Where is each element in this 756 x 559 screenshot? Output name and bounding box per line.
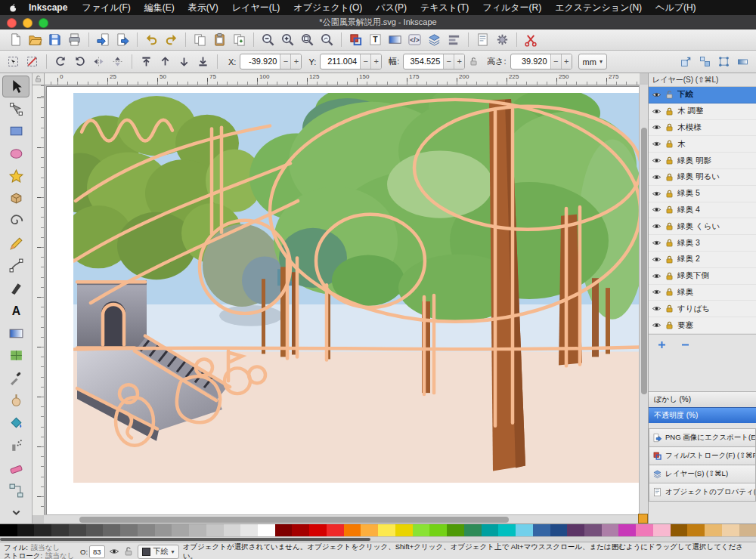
- palette-swatch[interactable]: [618, 524, 636, 536]
- eye-icon[interactable]: [652, 304, 662, 313]
- preferences-icon[interactable]: [493, 31, 512, 49]
- menu-edit[interactable]: 編集(E): [138, 2, 181, 14]
- y-increment-button[interactable]: +: [370, 54, 381, 69]
- spiral-tool[interactable]: [2, 210, 29, 232]
- unit-dropdown[interactable]: mm▾: [578, 54, 607, 69]
- eye-icon[interactable]: [652, 189, 662, 199]
- calligraphy-tool[interactable]: [2, 277, 29, 299]
- close-window-button[interactable]: [7, 18, 17, 28]
- palette-swatch[interactable]: [498, 524, 516, 536]
- y-value[interactable]: 211.004: [321, 54, 360, 69]
- lock-closed-icon[interactable]: [665, 205, 674, 215]
- palette-swatch[interactable]: [602, 524, 619, 536]
- affect-gradient-icon[interactable]: [734, 54, 751, 70]
- palette-scrollbar-thumb[interactable]: [0, 538, 370, 541]
- open-icon[interactable]: [26, 31, 45, 49]
- node-editor-tool[interactable]: [2, 98, 29, 120]
- eye-icon[interactable]: [652, 287, 662, 297]
- palette-scrollbar[interactable]: [0, 536, 756, 542]
- current-layer-dropdown[interactable]: 下絵 ▾: [138, 545, 179, 559]
- save-icon[interactable]: [45, 31, 64, 49]
- eye-icon[interactable]: [652, 107, 662, 116]
- gradient-tool[interactable]: [2, 323, 29, 344]
- spray-tool[interactable]: [2, 434, 29, 456]
- palette-swatch[interactable]: [69, 524, 86, 536]
- palette-swatch[interactable]: [17, 524, 35, 536]
- layer-visibility-toggle-icon[interactable]: [109, 546, 119, 557]
- add-layer-button[interactable]: [656, 339, 668, 351]
- selector-tool[interactable]: [2, 76, 29, 97]
- mesh-gradient-tool[interactable]: [2, 344, 29, 366]
- layer-row[interactable]: 緑奥 明影: [649, 153, 756, 169]
- menu-view[interactable]: 表示(V): [181, 2, 225, 14]
- palette-swatch[interactable]: [739, 524, 756, 536]
- fill-stroke-indicator[interactable]: フィル:該当なし ストローク:該当なし: [4, 543, 76, 559]
- redo-icon[interactable]: [162, 31, 181, 49]
- zoom-in-icon[interactable]: [278, 31, 297, 49]
- ruler-vertical[interactable]: [33, 85, 45, 515]
- palette-swatch[interactable]: [378, 524, 395, 536]
- lock-closed-icon[interactable]: [665, 320, 674, 330]
- layer-lock-toggle-icon[interactable]: [123, 546, 134, 557]
- star-tool[interactable]: [2, 165, 29, 187]
- palette-swatch[interactable]: [206, 524, 224, 536]
- rectangle-tool[interactable]: [2, 120, 29, 142]
- eye-icon[interactable]: [652, 255, 662, 264]
- lock-closed-icon[interactable]: [665, 238, 674, 248]
- palette-swatch[interactable]: [429, 524, 447, 536]
- palette-swatch[interactable]: [447, 524, 464, 536]
- eye-icon[interactable]: [652, 320, 662, 330]
- layer-row[interactable]: 緑奥下側: [649, 268, 756, 285]
- lower-bottom-icon[interactable]: [194, 54, 212, 70]
- palette-swatch[interactable]: [361, 524, 378, 536]
- pencil-tool[interactable]: [2, 233, 29, 255]
- palette-swatch[interactable]: [224, 524, 241, 536]
- palette-swatch[interactable]: [722, 524, 739, 536]
- connector-tool[interactable]: [2, 480, 29, 502]
- bezier-pen-tool[interactable]: [2, 255, 29, 277]
- palette-swatch[interactable]: [103, 524, 120, 536]
- export-png-button[interactable]: PNG 画像にエクスポート(E): [649, 428, 756, 446]
- titlebar[interactable]: *公園風景解説用.svg - Inkscape: [0, 15, 756, 29]
- ruler-lock-icon[interactable]: [34, 75, 42, 83]
- eraser-tool[interactable]: [2, 457, 29, 479]
- apple-menu-icon[interactable]: [5, 3, 21, 13]
- layers-panel-header[interactable]: レイヤー(S) (⇧⌘L): [649, 73, 756, 87]
- palette-swatch[interactable]: [567, 524, 584, 536]
- lock-closed-icon[interactable]: [665, 287, 674, 297]
- paint-bucket-tool[interactable]: [2, 412, 29, 434]
- palette-swatch[interactable]: [309, 524, 327, 536]
- layer-row[interactable]: 緑奥: [649, 285, 756, 301]
- palette-swatch[interactable]: [0, 524, 17, 536]
- layers-button[interactable]: レイヤー(S) (⇧⌘L): [649, 465, 756, 483]
- menu-path[interactable]: パス(P): [369, 2, 414, 14]
- import-icon[interactable]: [94, 31, 113, 49]
- palette-swatch[interactable]: [138, 524, 155, 536]
- print-icon[interactable]: [65, 31, 84, 49]
- palette-swatch[interactable]: [86, 524, 104, 536]
- zoom-drawing-icon[interactable]: [318, 31, 336, 49]
- height-value[interactable]: 39.920: [511, 54, 550, 69]
- app-menu-inkscape[interactable]: Inkscape: [21, 2, 75, 13]
- ruler-horizontal[interactable]: 0255075100125150175200225250275: [44, 73, 640, 85]
- menu-extensions[interactable]: エクステンション(N): [548, 2, 649, 14]
- layer-row[interactable]: 木 調整: [649, 103, 756, 120]
- palette-swatch[interactable]: [189, 524, 206, 536]
- layer-row[interactable]: 緑奥 2: [649, 252, 756, 268]
- raise-icon[interactable]: [156, 54, 174, 70]
- palette-swatch[interactable]: [292, 524, 309, 536]
- eye-icon[interactable]: [652, 172, 662, 182]
- layer-row[interactable]: 緑奥 3: [649, 235, 756, 252]
- scissors-icon[interactable]: [522, 31, 541, 49]
- palette-swatch[interactable]: [34, 524, 51, 536]
- opacity-slider[interactable]: 不透明度 (%): [649, 407, 756, 423]
- rotate-cw-icon[interactable]: [71, 54, 88, 70]
- height-decrement-button[interactable]: −: [550, 54, 561, 69]
- layer-row[interactable]: 木: [649, 136, 756, 153]
- layer-row[interactable]: 緑奥 くらい: [649, 218, 756, 235]
- copy-icon[interactable]: [191, 31, 209, 49]
- palette-swatch[interactable]: [533, 524, 550, 536]
- height-increment-button[interactable]: +: [561, 54, 572, 69]
- lock-closed-icon[interactable]: [665, 221, 674, 231]
- lock-closed-icon[interactable]: [665, 304, 674, 313]
